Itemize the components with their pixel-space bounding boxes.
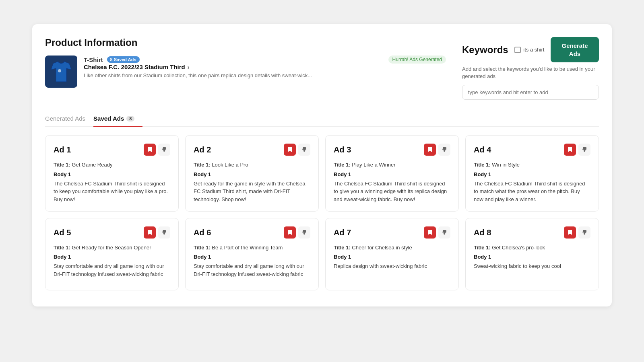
its-a-shirt-checkbox[interactable] — [514, 47, 521, 53]
generate-ads-button[interactable]: Generate Ads — [551, 37, 599, 62]
title1-label: Title 1: — [54, 245, 70, 251]
ad-body-label: Body 1 — [474, 171, 590, 177]
tab-saved-ads-badge: 8 — [126, 116, 134, 121]
bookmark-button[interactable] — [144, 226, 156, 239]
hurrah-badge: Hurrah! Ads Generated — [388, 56, 446, 64]
product-name-badge-row: T-Shirt 8 Saved Ads Hurrah! Ads Generate… — [84, 56, 446, 64]
ad-actions — [564, 144, 590, 156]
ad-body-text: Get ready for the game in style with the… — [194, 180, 310, 204]
ad-body-label: Body 1 — [194, 171, 310, 177]
ad-body-text: Sweat-wicking fabric to keep you cool — [474, 262, 590, 270]
checkbox-label: its a shirt — [523, 47, 544, 53]
saved-ads-badge: 8 Saved Ads — [107, 56, 140, 63]
ad-title-line: Title 1: Get Game Ready — [54, 161, 170, 169]
ad-body-label: Body 1 — [54, 171, 170, 177]
bookmark-icon — [567, 147, 573, 152]
ad-card-2: Ad 2 Title 1: Look Like a Pro Body 1 Get… — [185, 135, 319, 212]
ad-title-line: Title 1: Cheer for Chelsea in style — [334, 244, 450, 251]
ad-actions — [284, 144, 310, 156]
keywords-subtext: Add and select the keywords you'd like t… — [462, 66, 599, 80]
dislike-button[interactable] — [438, 144, 450, 156]
ad-card-header: Ad 1 — [54, 144, 170, 156]
thumbs-down-icon — [582, 147, 587, 152]
tab-generated-ads-label: Generated Ads — [45, 115, 85, 122]
product-image — [45, 56, 77, 88]
thumbs-down-icon — [301, 230, 307, 235]
thumbs-down-icon — [582, 230, 587, 235]
ad-title-line: Title 1: Get Ready for the Season Opener — [54, 244, 170, 251]
ad-body-text: The Chelsea FC Stadium Third shirt is de… — [334, 180, 450, 204]
ad-card-header: Ad 3 — [334, 144, 450, 156]
tab-saved-ads[interactable]: Saved Ads 8 — [93, 111, 142, 127]
dislike-button[interactable] — [578, 144, 590, 156]
product-details: T-Shirt 8 Saved Ads Hurrah! Ads Generate… — [84, 56, 446, 79]
bookmark-icon — [427, 147, 433, 152]
ad-title-line: Title 1: Play Like a Winner — [334, 161, 450, 169]
tab-saved-ads-label: Saved Ads — [93, 115, 124, 122]
ad-title-line: Title 1: Win in Style — [474, 161, 590, 169]
bookmark-button[interactable] — [424, 144, 436, 156]
ad-number: Ad 2 — [194, 145, 211, 154]
keywords-title: Keywords — [462, 44, 508, 56]
dislike-button[interactable] — [158, 144, 170, 156]
thumbs-down-icon — [442, 230, 447, 235]
top-section: Product Information T-Shirt — [45, 37, 599, 100]
ad-card-header: Ad 7 — [334, 226, 450, 239]
dislike-button[interactable] — [298, 226, 310, 239]
ad-actions — [144, 144, 170, 156]
product-title-link[interactable]: Chelsea F.C. 2022/23 Stadium Third › — [84, 64, 446, 70]
main-container: Product Information T-Shirt — [32, 24, 612, 306]
bookmark-button[interactable] — [564, 226, 576, 239]
ad-title-line: Title 1: Look Like a Pro — [194, 161, 310, 169]
bookmark-button[interactable] — [564, 144, 576, 156]
thumbs-down-icon — [301, 147, 307, 152]
ad-actions — [424, 226, 450, 239]
dislike-button[interactable] — [578, 226, 590, 239]
dislike-button[interactable] — [158, 226, 170, 239]
ad-number: Ad 5 — [54, 228, 71, 237]
dislike-button[interactable] — [298, 144, 310, 156]
bookmark-button[interactable] — [424, 226, 436, 239]
product-card: T-Shirt 8 Saved Ads Hurrah! Ads Generate… — [45, 56, 446, 88]
ad-body-text: The Chelsea FC Stadium Third shirt is de… — [474, 180, 590, 204]
ads-grid: Ad 1 Title 1: Get Game Ready Body 1 The … — [45, 135, 599, 290]
product-info-title: Product Information — [45, 37, 446, 48]
ad-card-7: Ad 7 Title 1: Cheer for Chelsea in style… — [325, 218, 459, 290]
tabs-row: Generated Ads Saved Ads 8 — [45, 111, 599, 127]
ad-body-label: Body 1 — [194, 254, 310, 260]
bookmark-icon — [147, 147, 153, 152]
ad-body-label: Body 1 — [334, 254, 450, 260]
bookmark-icon — [287, 230, 293, 235]
bookmark-button[interactable] — [144, 144, 156, 156]
ad-body-text: Stay comfortable and dry all game long w… — [194, 262, 310, 278]
svg-rect-4 — [586, 147, 586, 150]
keywords-block: Keywords its a shirt Generate Ads Add an… — [462, 37, 599, 100]
ad-card-3: Ad 3 Title 1: Play Like a Winner Body 1 … — [325, 135, 459, 212]
ad-card-8: Ad 8 Title 1: Get Chelsea's pro-look Bod… — [465, 218, 599, 290]
ad-card-header: Ad 4 — [474, 144, 590, 156]
bookmark-button[interactable] — [284, 226, 296, 239]
ad-number: Ad 8 — [474, 228, 491, 237]
bookmark-icon — [567, 230, 573, 235]
title1-label: Title 1: — [194, 245, 211, 251]
svg-rect-6 — [305, 230, 306, 232]
thumbs-down-icon — [161, 230, 167, 235]
ad-card-header: Ad 6 — [194, 226, 310, 239]
title1-label: Title 1: — [474, 245, 491, 251]
title1-label: Title 1: — [334, 162, 351, 168]
checkbox-row: its a shirt — [514, 47, 544, 53]
ad-card-header: Ad 2 — [194, 144, 310, 156]
ad-title-line: Title 1: Be a Part of the Winning Team — [194, 244, 310, 251]
dislike-button[interactable] — [438, 226, 450, 239]
ad-card-header: Ad 8 — [474, 226, 590, 239]
product-title-text: Chelsea F.C. 2022/23 Stadium Third — [84, 64, 185, 70]
ad-body-label: Body 1 — [474, 254, 590, 260]
bookmark-button[interactable] — [284, 144, 296, 156]
tab-generated-ads[interactable]: Generated Ads — [45, 111, 93, 127]
ad-actions — [144, 226, 170, 239]
title1-label: Title 1: — [334, 245, 351, 251]
ad-number: Ad 3 — [334, 145, 351, 154]
title1-label: Title 1: — [54, 162, 70, 168]
keywords-input[interactable] — [462, 85, 599, 100]
bookmark-icon — [147, 230, 153, 235]
